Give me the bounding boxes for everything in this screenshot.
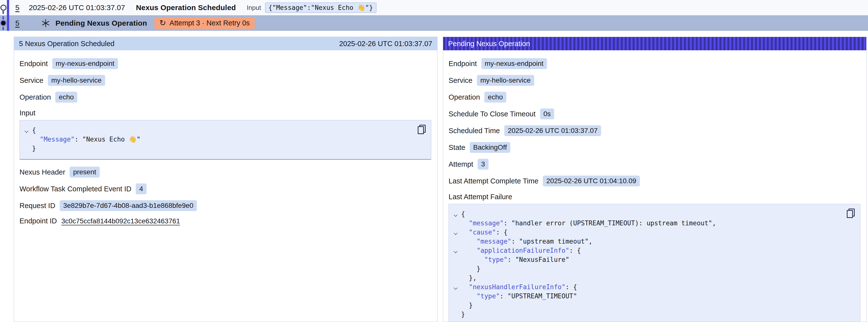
json-key: "type": [484, 255, 507, 264]
json-gutter: [452, 246, 461, 255]
retry-badge-text: Attempt 3 · Next Retry 0s: [169, 19, 250, 27]
panel-title: Pending Nexus Operation: [448, 40, 530, 48]
json-line: }: [452, 264, 843, 273]
json-text: [461, 246, 477, 255]
panel-header-scheduled: 5 Nexus Operation Scheduled 2025-02-26 U…: [14, 37, 437, 50]
field-label: Endpoint: [448, 60, 477, 68]
pending-asterisk-icon: [41, 19, 50, 28]
json-line: }: [23, 144, 414, 153]
collapse-chevron-icon[interactable]: [454, 213, 458, 217]
json-text: :: [500, 292, 507, 301]
json-gutter: [452, 310, 461, 319]
event-id-link[interactable]: 5: [15, 19, 20, 27]
json-key: "applicationFailureInfo": [477, 246, 569, 255]
copy-icon[interactable]: [418, 125, 426, 134]
json-line: "message": "handler error (UPSTREAM_TIME…: [452, 219, 843, 228]
event-input-value-chip: {"Message":"Nexus Echo 👋"}: [265, 2, 376, 13]
field-value-chip: my-nexus-endpoint: [52, 58, 118, 69]
json-gutter: [452, 228, 461, 237]
panel-header-pending: Pending Nexus Operation: [443, 37, 866, 50]
json-line: "type": "NexusFailure": [452, 255, 843, 264]
json-text: [461, 228, 469, 237]
field-label: Endpoint: [20, 60, 48, 68]
json-text: [461, 219, 469, 228]
json-line: "type": "UPSTREAM_TIMEOUT": [452, 292, 843, 301]
event-id-link[interactable]: 5: [15, 3, 20, 12]
collapse-chevron-icon[interactable]: [454, 231, 458, 235]
json-gutter: [452, 210, 461, 219]
panel-timestamp: 2025-02-26 UTC 01:03:37.07: [339, 40, 432, 48]
field-label: State: [448, 143, 465, 152]
json-text: {: [461, 210, 465, 219]
field-row-endpoint: Endpointmy-nexus-endpoint: [20, 58, 431, 69]
json-gutter: [452, 273, 461, 283]
panel-nexus-operation-scheduled: 5 Nexus Operation Scheduled 2025-02-26 U…: [14, 37, 437, 322]
json-gutter: [452, 283, 461, 292]
collapse-chevron-icon[interactable]: [25, 129, 29, 133]
json-text: : {: [565, 283, 577, 292]
event-title: Pending Nexus Operation: [56, 19, 147, 27]
json-line: "nexusHandlerFailureInfo": {: [452, 283, 843, 292]
json-key: "cause": [469, 228, 496, 237]
collapse-chevron-icon[interactable]: [454, 250, 458, 254]
event-row-nexus-operation-scheduled[interactable]: 5 2025-02-26 UTC 01:03:37.07 Nexus Opera…: [0, 0, 868, 15]
field-value-chip: 0s: [540, 108, 554, 119]
json-text: }: [32, 144, 36, 153]
field-group-top: Endpointmy-nexus-endpointServicemy-hello…: [20, 58, 431, 103]
json-key: "message": [477, 237, 512, 246]
json-gutter: [23, 126, 32, 135]
json-text: : {: [496, 228, 507, 237]
field-label: Endpoint ID: [20, 217, 57, 225]
field-value-chip: 2025-02-26 UTC 01:03:37.07: [504, 125, 601, 136]
field-label: Service: [20, 76, 43, 85]
field-value-chip: echo: [55, 92, 77, 103]
field-value-chip: my-nexus-endpoint: [482, 58, 547, 69]
json-text: [461, 237, 477, 246]
timeline-node-current-icon: [1, 21, 6, 25]
field-row-workflow-task-completed-event-id: Workflow Task Completed Event ID4: [20, 184, 431, 194]
event-row-pending-nexus-operation[interactable]: 5 Pending Nexus Operation ↻ Attempt 3 · …: [0, 15, 868, 31]
field-row-operation: Operationecho: [20, 92, 431, 103]
field-value-link[interactable]: 3c0c75ccfa8144b092c13ce632463761: [61, 217, 180, 225]
timeline-node-open-icon: [0, 5, 6, 10]
json-text: }: [461, 264, 480, 273]
json-text: "NexusFailure": [515, 255, 569, 264]
panel-body-pending: Endpointmy-nexus-endpointServicemy-hello…: [443, 50, 866, 322]
field-label: Nexus Header: [20, 168, 65, 176]
json-gutter: [452, 264, 461, 273]
field-label: Attempt: [448, 160, 473, 168]
event-title: Nexus Operation Scheduled: [136, 3, 236, 12]
json-text: :: [512, 237, 519, 246]
field-label: Operation: [448, 93, 480, 101]
json-text: :: [503, 219, 511, 228]
json-text: }: [461, 301, 473, 310]
field-value-chip: 2025-02-26 UTC 01:04:10.09: [543, 175, 640, 186]
field-row-schedule-to-close-timeout: Schedule To Close Timeout0s: [448, 108, 860, 119]
event-timestamp: 2025-02-26 UTC 01:03:37.07: [29, 3, 125, 12]
failure-section-label: Last Attempt Failure: [448, 193, 860, 201]
field-row-endpoint-id: Endpoint ID3c0c75ccfa8144b092c13ce632463…: [20, 217, 431, 225]
panel-body-scheduled: Endpointmy-nexus-endpointServicemy-hello…: [14, 50, 437, 225]
json-text: },: [461, 273, 477, 283]
event-history-rows: 5 2025-02-26 UTC 01:03:37.07 Nexus Opera…: [0, 0, 868, 31]
json-line: {: [452, 210, 843, 219]
field-label: Service: [448, 76, 472, 85]
json-text: :: [74, 135, 82, 144]
panel-pending-nexus-operation: Pending Nexus Operation Endpointmy-nexus…: [443, 37, 867, 322]
collapse-chevron-icon[interactable]: [454, 286, 458, 290]
field-row-last-attempt-complete-time: Last Attempt Complete Time2025-02-26 UTC…: [448, 175, 860, 186]
json-text: "upstream timeout",: [519, 237, 592, 246]
field-label: Last Attempt Complete Time: [448, 177, 538, 185]
field-value-chip: echo: [484, 92, 506, 103]
json-line: {: [23, 126, 414, 135]
json-text: "Nexus Echo 👋": [83, 135, 141, 144]
field-value-chip: 3e829b7e-7d67-4b08-aad3-b1e868bfe9e0: [60, 200, 197, 211]
field-row-scheduled-time: Scheduled Time2025-02-26 UTC 01:03:37.07: [448, 125, 860, 136]
field-value-chip: my-hello-service: [48, 75, 105, 86]
json-line: "applicationFailureInfo": {: [452, 246, 843, 255]
copy-icon[interactable]: [847, 208, 855, 218]
json-key: "type": [477, 292, 500, 301]
field-value-chip: present: [69, 167, 99, 178]
json-gutter: [452, 301, 461, 310]
input-json-viewer: { "Message": "Nexus Echo 👋"}: [20, 120, 431, 160]
